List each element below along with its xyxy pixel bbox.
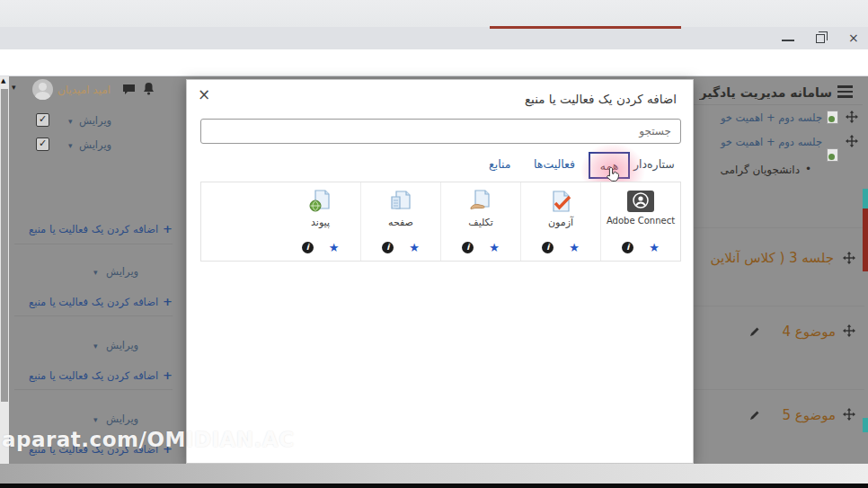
favorite-star-icon[interactable]: ★ [489, 242, 500, 253]
topic-title: موضوع 5 [762, 407, 836, 423]
activity-tiles-container: Adobe Connect i ★ آزمون i ★ [200, 182, 681, 262]
tile-assignment[interactable]: تکلیف i ★ [440, 182, 520, 261]
activity-checkbox[interactable]: ✓ [36, 113, 49, 127]
tab-activities[interactable]: فعالیت‌ها [534, 157, 575, 171]
move-handle-icon[interactable] [846, 111, 858, 123]
resource-file-icon [827, 111, 838, 124]
topic-title: موضوع 4 [762, 324, 836, 340]
user-menu-caret-icon[interactable]: ▾ [12, 83, 16, 92]
move-handle-icon[interactable] [843, 252, 855, 264]
browser-tab-bar: m درس: اندیشه اسلامی(1) (مبدأ و مع × m ک… [0, 27, 868, 49]
tile-adobe-connect[interactable]: Adobe Connect i ★ [600, 182, 680, 261]
lms-page-backdrop: ▲ ▾ امید امیدیان ✓ ▾ ویرایش ✓ ▾ ویرایش +… [0, 76, 868, 464]
add-activity-label: اضافه کردن یک فعالیت یا منبع [29, 296, 158, 308]
add-activity-link[interactable]: +اضافه کردن یک فعالیت یا منبع [25, 368, 173, 382]
aparat-watermark: aparat.com/OMIDIAN.AC [2, 428, 295, 451]
messages-icon[interactable] [122, 84, 136, 95]
edit-pencil-icon[interactable] [749, 326, 760, 337]
resource-link[interactable]: جلسه دوم + اهمیت خو [696, 111, 822, 124]
page-icon [388, 190, 413, 214]
activity-checkbox[interactable]: ✓ [36, 138, 49, 151]
divider [14, 315, 173, 316]
edit-pencil-icon[interactable] [749, 410, 760, 421]
tile-label: آزمون [548, 217, 573, 228]
scrollbar-up-arrow-icon[interactable]: ▲ [1, 77, 5, 84]
move-handle-icon[interactable] [846, 135, 858, 147]
tile-quiz[interactable]: آزمون i ★ [520, 182, 600, 261]
bottom-black-strip [0, 484, 868, 488]
resource-file-icon [827, 148, 838, 162]
desktop-top-strip [0, 0, 868, 27]
modal-title: اضافه کردن یک فعالیت یا منبع [525, 92, 677, 106]
edit-menu[interactable]: ویرایش [79, 138, 111, 151]
info-icon[interactable]: i [382, 242, 394, 253]
tile-page[interactable]: صفحه i ★ [360, 182, 440, 261]
favorite-star-icon[interactable]: ★ [409, 242, 420, 253]
divider [694, 227, 864, 228]
add-activity-label: اضافه کردن یک فعالیت یا منبع [29, 223, 158, 235]
window-restore-button[interactable] [816, 34, 825, 43]
plus-icon: + [163, 368, 173, 382]
info-icon[interactable]: i [542, 242, 554, 253]
plus-icon: + [163, 295, 173, 308]
modal-close-icon[interactable]: × [198, 85, 210, 103]
favorite-star-icon[interactable]: ★ [569, 242, 580, 253]
info-icon[interactable]: i [462, 242, 474, 253]
hand-cursor-icon [606, 166, 621, 183]
navbar-divider [694, 104, 863, 105]
add-activity-link[interactable]: +اضافه کردن یک فعالیت یا منبع [25, 222, 173, 235]
section-title: جلسه 3 ( کلاس آنلاین [696, 250, 834, 266]
screen: m درس: اندیشه اسلامی(1) (مبدأ و مع × m ک… [0, 0, 868, 488]
bottom-gray-bar [0, 464, 868, 484]
edit-menu[interactable]: ویرایش [106, 413, 138, 425]
tile-label: صفحه [388, 217, 413, 228]
assignment-icon [468, 190, 493, 214]
divider [14, 389, 173, 390]
divider [694, 306, 864, 306]
navbar-hamburger-icon[interactable] [837, 85, 853, 101]
tile-url[interactable]: پیوند i ★ [280, 182, 360, 261]
page-scrollbar-thumb[interactable] [1, 89, 8, 402]
quiz-icon [548, 190, 573, 214]
edit-menu[interactable]: ویرایش [79, 114, 111, 127]
adobe-connect-icon [626, 190, 655, 213]
tile-label: پیوند [311, 217, 330, 228]
favorite-star-icon[interactable]: ★ [649, 242, 660, 253]
edit-menu[interactable]: ویرایش [106, 339, 138, 351]
site-title[interactable]: سامانه مدیریت یادگیری ا [699, 85, 832, 100]
edit-menu[interactable]: ویرایش [106, 265, 138, 278]
edit-menu-caret-icon: ▾ [68, 117, 73, 126]
info-icon[interactable]: i [302, 242, 314, 253]
divider [14, 244, 173, 244]
tab-starred[interactable]: ستاره‌دار [633, 157, 675, 171]
browser-address-bar: ← → lms214.tvu.ac.ir/course/view.php?id=… [0, 49, 868, 76]
move-handle-icon[interactable] [843, 408, 855, 421]
edit-menu-caret-icon: ▾ [93, 268, 98, 277]
plus-icon: + [163, 222, 173, 235]
favorite-star-icon[interactable]: ★ [329, 242, 340, 253]
search-input[interactable] [200, 119, 681, 144]
info-icon[interactable]: i [622, 242, 633, 253]
edit-menu-caret-icon: ▾ [93, 342, 98, 350]
resource-link[interactable]: جلسه دوم + اهمیت خو [696, 136, 822, 148]
user-name[interactable]: امید امیدیان [58, 84, 111, 96]
tile-label: تکلیف [468, 217, 492, 228]
window-minimize-button[interactable] [782, 40, 794, 41]
bullet-icon: • [805, 163, 811, 175]
tile-label: Adobe Connect [607, 216, 675, 226]
move-handle-icon[interactable] [843, 324, 855, 337]
tab-resources[interactable]: منابع [489, 157, 510, 171]
add-activity-modal: × اضافه کردن یک فعالیت یا منبع منابع فعا… [186, 79, 694, 464]
edge-artifact-teal [863, 189, 868, 209]
url-link-icon [308, 190, 333, 214]
edit-menu-caret-icon: ▾ [93, 415, 98, 424]
notifications-bell-icon[interactable] [143, 82, 155, 95]
divider [694, 389, 864, 390]
edit-menu-caret-icon: ▾ [68, 141, 73, 150]
add-activity-link[interactable]: +اضافه کردن یک فعالیت یا منبع [25, 295, 173, 308]
window-close-button[interactable]: × [848, 31, 859, 45]
add-activity-label: اضافه کردن یک فعالیت یا منبع [29, 369, 158, 382]
avatar[interactable] [32, 79, 53, 100]
edge-artifact-red [863, 209, 868, 271]
recorder-red-line [490, 26, 681, 29]
